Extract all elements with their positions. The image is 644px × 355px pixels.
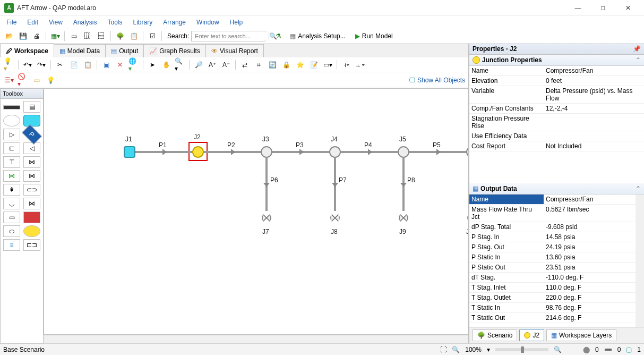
search-input[interactable]: 🔍 (191, 31, 265, 41)
distribute-icon[interactable]: ⫠▾ (354, 59, 366, 71)
right-tab-layers[interactable]: ▦Workspace Layers (546, 329, 616, 341)
menu-edit[interactable]: Edit (23, 18, 42, 27)
save-icon[interactable]: 💾 (17, 30, 29, 42)
help-icon[interactable]: 💡▾ (3, 59, 15, 71)
cut-icon[interactable]: ✂ (54, 59, 66, 71)
menu-window[interactable]: Window (192, 18, 224, 27)
print-icon[interactable]: 🖨 (31, 30, 42, 42)
align-icon[interactable]: ⫞▾ (340, 59, 352, 71)
group-icon[interactable]: ▭▾ (322, 59, 333, 71)
special-icon[interactable]: ⭐ (294, 59, 306, 71)
zoom-in-icon[interactable]: 🔍 (554, 346, 562, 353)
tool-control-valve[interactable]: ⇞ (3, 184, 20, 196)
junction-J8[interactable] (330, 213, 340, 223)
paste-icon[interactable]: 📋 (82, 59, 93, 71)
font-down-icon[interactable]: A⁻ (220, 59, 232, 71)
tab-visual-report[interactable]: 👁Visual Report (205, 44, 264, 57)
pipe-P3[interactable] (272, 151, 329, 153)
copy-icon[interactable]: 📄 (68, 59, 80, 71)
font-up-icon[interactable]: A⁺ (207, 59, 218, 71)
tile-window-icon[interactable]: ▭ (68, 30, 80, 42)
tool-spray[interactable]: ≡ (3, 239, 20, 251)
junction-J9[interactable] (399, 213, 408, 223)
output-data-grid[interactable]: NameCompressor/Fan Mass Flow Rate Thru J… (469, 195, 636, 327)
layer-icon[interactable]: ☰▾ (3, 74, 15, 86)
open-icon[interactable]: 📂 (3, 30, 15, 42)
analysis-setup-button[interactable]: ▦Analysis Setup... (286, 30, 349, 42)
tool-branch[interactable] (3, 115, 20, 126)
tool-dead-end[interactable]: ⊏ (3, 142, 20, 154)
menu-view[interactable]: View (45, 18, 67, 27)
tool-orifice[interactable]: ⊂⊃ (23, 184, 40, 196)
flip-icon[interactable]: ⇄ (239, 59, 251, 71)
tool-separator[interactable]: ⊏⊐ (23, 239, 40, 251)
checklist-icon[interactable]: ☑ (147, 30, 158, 42)
morph-icon[interactable]: 🔄 (267, 59, 278, 71)
tool-venturi[interactable]: ⋈ (23, 198, 40, 209)
pipe-P1[interactable] (135, 151, 192, 153)
select-all-icon[interactable]: ▣ (100, 59, 112, 71)
pipe-P5[interactable] (409, 151, 466, 153)
pan-icon[interactable]: ✋ (160, 59, 172, 71)
show-all-objects[interactable]: 🖵 Show All Objects (409, 77, 465, 84)
tool-valve[interactable]: ⋈ (23, 156, 40, 168)
junction-J2[interactable] (192, 146, 204, 158)
pipe-P4[interactable] (341, 151, 398, 153)
tool-general[interactable]: ⬭ (3, 225, 20, 237)
excel-export-icon[interactable]: ▦▾ (49, 30, 61, 42)
menu-arrange[interactable]: Arrange (159, 18, 190, 27)
vertical-scrollbar[interactable] (636, 195, 644, 327)
tab-workspace[interactable]: 🖊Workspace (0, 44, 54, 57)
fluid-properties-icon[interactable]: ⚗ (272, 30, 284, 42)
junction-J1[interactable] (124, 146, 135, 158)
menu-tools[interactable]: Tools (104, 18, 127, 27)
horizontal-scrollbar[interactable] (44, 335, 468, 343)
disable-icon[interactable]: 🚫▾ (17, 74, 29, 86)
highlight-icon[interactable]: ▭ (31, 74, 42, 86)
tool-tank[interactable] (23, 115, 40, 126)
tool-area-change[interactable]: ◁ (23, 142, 40, 154)
tool-pipe[interactable] (3, 105, 20, 109)
pipe-P7[interactable] (334, 158, 336, 211)
model-status-icon[interactable]: 📋 (128, 30, 140, 42)
zoom-extent-icon[interactable]: ⛶ (440, 346, 446, 353)
junction-J6[interactable] (466, 146, 468, 158)
undo-icon[interactable]: ↶▾ (22, 59, 33, 71)
menu-analysis[interactable]: Analysis (69, 18, 101, 27)
workspace-canvas[interactable]: J1 J2 J3 J4 J5 J6 P1 P2 (44, 88, 468, 335)
find-icon[interactable]: 🔎 (193, 59, 204, 71)
tool-tee[interactable]: ⊤ (3, 156, 20, 168)
tile-vert-icon[interactable]: ⿳ (96, 30, 107, 42)
zoom-slider[interactable] (495, 348, 548, 351)
junction-J7[interactable] (262, 213, 271, 223)
chevron-up-icon-2[interactable]: ⌃ (636, 185, 641, 192)
properties-grid[interactable]: NameCompressor/Fan Elevation0 feet Varia… (469, 66, 644, 151)
zoom-out-icon[interactable]: 🔍 (452, 346, 460, 353)
tab-graph-results[interactable]: 📈Graph Results (143, 44, 206, 57)
menu-help[interactable]: Help (226, 18, 247, 27)
globe-icon[interactable]: 🌐▾ (128, 59, 140, 71)
tool-assigned-pressure[interactable]: ▷ (3, 129, 20, 140)
menu-library[interactable]: Library (129, 18, 157, 27)
tool-compressor[interactable] (23, 225, 40, 237)
tile-horiz-icon[interactable]: ⿲ (82, 30, 93, 42)
pointer-icon[interactable]: ➤ (147, 59, 158, 71)
pipe-P6[interactable] (265, 158, 268, 211)
notes-icon[interactable]: 📝 (308, 59, 320, 71)
tool-heat-exchanger[interactable] (23, 212, 40, 223)
lock-icon[interactable]: 🔒 (280, 59, 292, 71)
close-button[interactable]: ✕ (616, 1, 640, 15)
tool-annotation[interactable]: ▤ (23, 101, 40, 113)
tab-model-data[interactable]: ▦Model Data (54, 44, 106, 57)
junction-J10[interactable] (467, 213, 468, 223)
junction-J3[interactable] (261, 146, 272, 158)
delete-icon[interactable]: ✕ (114, 59, 126, 71)
snap-icon[interactable]: ⌗ (253, 59, 264, 71)
tab-output[interactable]: ▤Output (105, 44, 144, 57)
tool-bend[interactable]: ◡ (3, 198, 20, 209)
pipe-P8[interactable] (402, 158, 405, 211)
maximize-button[interactable]: □ (591, 1, 615, 15)
bulb-icon[interactable]: 💡 (45, 74, 56, 86)
junction-J4[interactable] (329, 146, 341, 158)
redo-icon[interactable]: ↷▾ (36, 59, 47, 71)
